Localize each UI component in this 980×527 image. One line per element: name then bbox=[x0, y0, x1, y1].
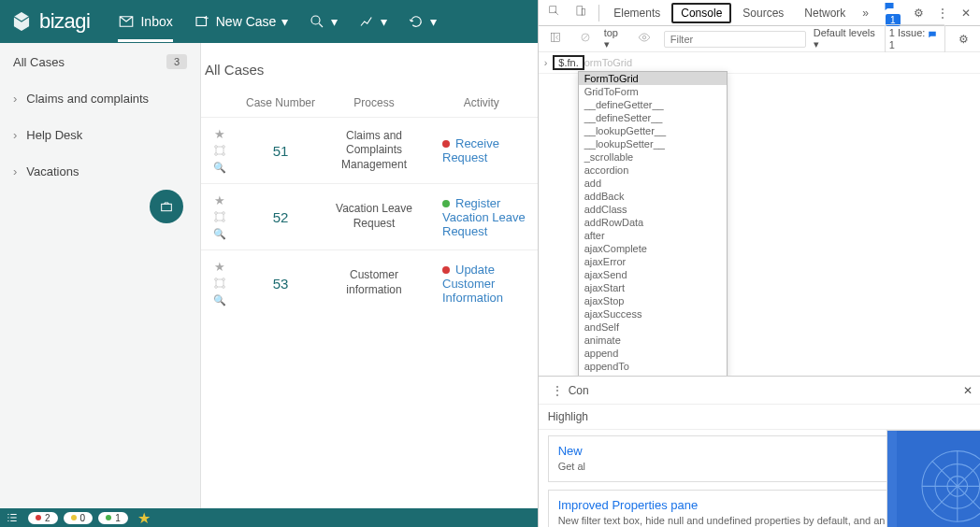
star-icon[interactable] bbox=[214, 260, 225, 274]
autocomplete-item[interactable]: __lookupGetter__ bbox=[579, 124, 727, 137]
briefcase-icon bbox=[159, 199, 174, 214]
status-bar: 201 bbox=[0, 508, 538, 527]
nav-inbox[interactable]: Inbox bbox=[118, 13, 172, 42]
sidebar-item-claims[interactable]: Claims and complaints bbox=[0, 80, 200, 117]
sidebar-item-vacations[interactable]: Vacations bbox=[0, 153, 200, 190]
autocomplete-item[interactable]: addRowData bbox=[579, 216, 727, 229]
star-icon[interactable] bbox=[214, 127, 225, 141]
tab-elements[interactable]: Elements bbox=[604, 3, 670, 23]
drawer-tab[interactable]: Con bbox=[569, 384, 589, 397]
svg-point-13 bbox=[215, 286, 218, 289]
table-row[interactable]: 52 Vacation Leave Request Register Vacat… bbox=[201, 183, 538, 249]
autocomplete-item[interactable]: __lookupSetter__ bbox=[579, 137, 727, 150]
autocomplete-item[interactable]: andSelf bbox=[579, 320, 727, 334]
sidebar: All Cases 3 Claims and complaints Help D… bbox=[0, 43, 201, 508]
chevron-icon bbox=[13, 128, 17, 142]
autocomplete-item[interactable]: ajaxSend bbox=[579, 268, 727, 281]
whatsnew-illustration bbox=[886, 430, 980, 527]
autocomplete-item[interactable]: addClass bbox=[579, 203, 727, 216]
context-selector[interactable]: top ▾ bbox=[604, 27, 625, 50]
close-drawer-icon[interactable]: ✕ bbox=[963, 384, 973, 397]
device-icon[interactable] bbox=[569, 1, 593, 24]
sidebar-item-label: Claims and complaints bbox=[26, 92, 149, 106]
sidebar-item-helpdesk[interactable]: Help Desk bbox=[0, 117, 200, 153]
case-number[interactable]: 52 bbox=[238, 209, 323, 225]
autocomplete-item[interactable]: ajaxSuccess bbox=[579, 307, 727, 320]
status-dot bbox=[442, 266, 450, 274]
chevron-icon bbox=[13, 92, 17, 106]
svg-rect-21 bbox=[897, 431, 980, 527]
tab-sources[interactable]: Sources bbox=[733, 3, 793, 23]
eye-icon[interactable] bbox=[632, 27, 656, 50]
autocomplete-item[interactable]: after bbox=[579, 229, 727, 242]
console-typed[interactable]: $.fn. bbox=[553, 55, 584, 70]
nav-refresh[interactable]: ▾ bbox=[408, 13, 437, 30]
list-icon[interactable] bbox=[6, 511, 19, 524]
sidebar-item-label: Help Desk bbox=[26, 128, 82, 142]
filter-input[interactable] bbox=[664, 31, 806, 48]
search-icon bbox=[309, 13, 325, 30]
kebab-icon[interactable]: ⋮ bbox=[931, 3, 954, 23]
autocomplete-item[interactable]: appendTo bbox=[579, 360, 727, 373]
autocomplete-item[interactable]: _scrollable bbox=[579, 150, 727, 164]
toggle-sidebar-icon[interactable] bbox=[544, 28, 567, 50]
svg-point-10 bbox=[223, 220, 225, 222]
activity-link[interactable]: Receive Request bbox=[442, 136, 499, 164]
autocomplete-item[interactable]: animate bbox=[579, 334, 727, 347]
autocomplete-item[interactable]: add bbox=[579, 177, 727, 190]
search-icon[interactable] bbox=[213, 292, 226, 306]
console-ghost-hint: ormToGrid bbox=[584, 57, 632, 68]
sidebar-header[interactable]: All Cases 3 bbox=[0, 43, 200, 80]
status-pill[interactable]: 0 bbox=[64, 512, 94, 524]
autocomplete-item[interactable]: ajaxComplete bbox=[579, 242, 727, 255]
issues-button[interactable]: 1 Issue: 1 bbox=[885, 24, 945, 52]
console-settings-icon[interactable]: ⚙ bbox=[953, 29, 974, 50]
status-pill[interactable]: 2 bbox=[28, 512, 58, 524]
nav-reports[interactable]: ▾ bbox=[358, 13, 387, 30]
table-row[interactable]: 51 Claims and Complaints Management Rece… bbox=[201, 117, 538, 183]
clear-console-icon[interactable] bbox=[574, 28, 597, 50]
levels-selector[interactable]: Default levels ▾ bbox=[814, 27, 877, 50]
nav-search[interactable]: ▾ bbox=[309, 13, 338, 30]
autocomplete-item[interactable]: asNumber bbox=[579, 373, 727, 376]
case-number[interactable]: 53 bbox=[238, 276, 323, 292]
autocomplete-item[interactable]: GridToForm bbox=[579, 85, 727, 98]
logo-icon bbox=[9, 9, 34, 34]
autocomplete-item[interactable]: FormToGrid bbox=[579, 72, 727, 85]
status-dot bbox=[442, 140, 450, 148]
autocomplete-item[interactable]: ajaxStop bbox=[579, 294, 727, 307]
autocomplete-item[interactable]: ajaxStart bbox=[579, 281, 727, 294]
sidebar-count-badge: 3 bbox=[166, 54, 187, 69]
activity-link[interactable]: Register Vacation Leave Request bbox=[442, 196, 526, 238]
star-icon[interactable] bbox=[214, 193, 225, 207]
devtools-tabbar: Elements Console Sources Network » 1 ⚙ ⋮… bbox=[539, 0, 980, 26]
search-icon[interactable] bbox=[213, 160, 226, 174]
caret-down-icon: ▾ bbox=[381, 14, 387, 29]
devtools-panel: Elements Console Sources Network » 1 ⚙ ⋮… bbox=[538, 0, 980, 527]
star-icon[interactable] bbox=[137, 509, 151, 527]
close-devtools-icon[interactable]: ✕ bbox=[956, 3, 976, 23]
drawer-kebab-icon[interactable]: ⋮ bbox=[546, 380, 569, 401]
activity-link[interactable]: Update Customer Information bbox=[442, 263, 503, 305]
autocomplete-item[interactable]: ajaxError bbox=[579, 255, 727, 268]
status-pill[interactable]: 1 bbox=[98, 512, 128, 524]
tab-network[interactable]: Network bbox=[795, 3, 855, 23]
autocomplete-item[interactable]: __defineGetter__ bbox=[579, 98, 727, 111]
more-tabs-icon[interactable]: » bbox=[857, 3, 874, 23]
svg-point-7 bbox=[215, 212, 218, 215]
autocomplete-item[interactable]: addBack bbox=[579, 190, 727, 203]
svg-rect-2 bbox=[162, 204, 172, 210]
autocomplete-item[interactable]: __defineSetter__ bbox=[579, 111, 727, 124]
autocomplete-item[interactable]: append bbox=[579, 347, 727, 360]
tab-console[interactable]: Console bbox=[671, 3, 731, 23]
settings-icon[interactable]: ⚙ bbox=[908, 3, 930, 23]
table-row[interactable]: 53 Customer information Update Customer … bbox=[201, 249, 538, 316]
autocomplete-item[interactable]: accordion bbox=[579, 164, 727, 177]
sidebar-fab[interactable] bbox=[150, 190, 183, 223]
process-name: Customer information bbox=[323, 268, 425, 297]
nav-newcase[interactable]: New Case ▾ bbox=[194, 13, 289, 30]
autocomplete-popup[interactable]: FormToGridGridToForm__defineGetter____de… bbox=[578, 71, 728, 376]
inspect-icon[interactable] bbox=[542, 1, 567, 24]
case-number[interactable]: 51 bbox=[238, 143, 323, 159]
search-icon[interactable] bbox=[213, 226, 226, 240]
